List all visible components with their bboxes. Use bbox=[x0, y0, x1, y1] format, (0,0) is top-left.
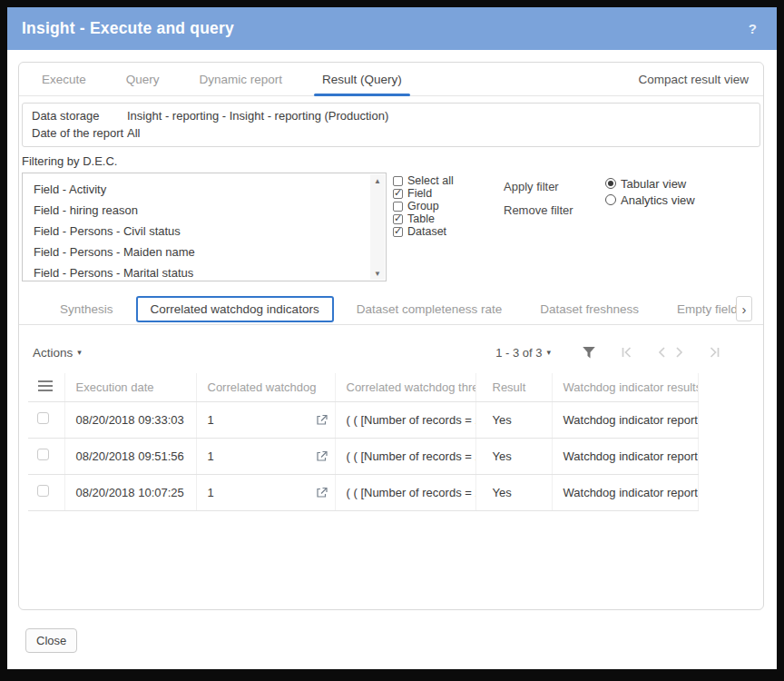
chevron-down-icon: ▾ bbox=[546, 348, 551, 357]
compact-result-view-link[interactable]: Compact result view bbox=[638, 73, 749, 86]
tab-field-compliance[interactable]: Field compliance ap bbox=[757, 302, 763, 316]
table-toolbar: Actions ▾ 1 - 3 of 3 ▾ bbox=[19, 339, 763, 366]
group-checkbox-icon[interactable] bbox=[393, 202, 403, 212]
close-button[interactable]: Close bbox=[25, 628, 77, 653]
checkbox-field[interactable]: Field bbox=[393, 187, 480, 200]
list-item[interactable]: Field - Activity bbox=[24, 179, 369, 200]
analytics-view-radio-icon[interactable] bbox=[605, 194, 616, 205]
chevron-down-icon: ▾ bbox=[77, 348, 82, 357]
pagination-dropdown[interactable]: 1 - 3 of 3 ▾ bbox=[495, 346, 551, 360]
scroll-up-icon[interactable]: ▲ bbox=[370, 174, 385, 187]
checkbox-dataset[interactable]: Dataset bbox=[393, 225, 480, 238]
scroll-down-icon[interactable]: ▼ bbox=[370, 267, 385, 280]
indicator-results-cell: Watchdog indicator report bbox=[552, 401, 698, 438]
tab-query[interactable]: Query bbox=[118, 63, 168, 95]
table-checkbox-icon[interactable] bbox=[393, 214, 403, 224]
col-correlated-watchdog-threshold[interactable]: Correlated watchdog thresho bbox=[335, 373, 475, 401]
list-item[interactable]: Field - Persons - Civil status bbox=[24, 221, 369, 242]
result-cell: Yes bbox=[475, 474, 552, 510]
previous-page-icon[interactable] bbox=[657, 346, 666, 359]
report-date-value: All bbox=[127, 124, 140, 142]
info-row-data-storage: Data storage Insight - reporting - Insig… bbox=[32, 107, 750, 124]
col-watchdog-indicator-results[interactable]: Watchdog indicator results bbox=[552, 373, 698, 401]
results-table: Execution date Correlated watchdog Corre… bbox=[28, 373, 698, 511]
row-checkbox[interactable] bbox=[37, 412, 49, 424]
tab-dataset-freshness[interactable]: Dataset freshness bbox=[521, 302, 658, 316]
threshold-cell: ( ( [Number of records = 2,92 bbox=[335, 401, 475, 438]
tab-correlated-watchdog-indicators[interactable]: Correlated watchdog indicators bbox=[136, 296, 334, 322]
help-icon[interactable]: ? bbox=[749, 21, 757, 36]
col-execution-date[interactable]: Execution date bbox=[64, 373, 196, 401]
actions-dropdown[interactable]: Actions ▾ bbox=[33, 346, 82, 360]
table-row: 08/20/2018 09:33:03 1 ( ( [Number of rec… bbox=[28, 401, 698, 438]
filtering-by-dec-label: Filtering by D.E.C. bbox=[22, 154, 763, 168]
data-storage-label: Data storage bbox=[32, 107, 127, 124]
info-row-report-date: Date of the report All bbox=[32, 124, 750, 142]
select-all-checkbox-icon[interactable] bbox=[393, 176, 403, 186]
first-page-icon[interactable] bbox=[620, 346, 633, 359]
dialog-titlebar: Insight - Execute and query ? bbox=[7, 7, 777, 50]
tab-result-query[interactable]: Result (Query) bbox=[314, 63, 410, 95]
col-result[interactable]: Result bbox=[475, 373, 552, 401]
filter-funnel-icon[interactable] bbox=[582, 346, 596, 360]
more-tabs-arrow-button[interactable]: › bbox=[736, 296, 752, 321]
row-checkbox[interactable] bbox=[37, 485, 49, 497]
view-mode-radios: Tabular view Analytics view bbox=[605, 173, 695, 281]
filter-area: Field - Activity Field - hiring reason F… bbox=[22, 173, 760, 281]
radio-tabular-view[interactable]: Tabular view bbox=[605, 175, 695, 192]
tab-synthesis[interactable]: Synthesis bbox=[41, 302, 132, 316]
external-link-icon[interactable] bbox=[316, 414, 328, 426]
table-row: 08/20/2018 10:07:25 1 ( ( [Number of rec… bbox=[28, 474, 698, 510]
checkbox-table[interactable]: Table bbox=[393, 212, 480, 225]
report-info-box: Data storage Insight - reporting - Insig… bbox=[22, 103, 760, 147]
checkbox-select-all[interactable]: Select all bbox=[393, 174, 480, 187]
indicator-results-cell: Watchdog indicator report bbox=[552, 474, 698, 510]
dataset-checkbox-icon[interactable] bbox=[393, 227, 403, 237]
correlated-watchdog-cell: 1 bbox=[196, 401, 335, 438]
tabular-view-radio-icon[interactable] bbox=[605, 178, 616, 189]
main-tabs: Execute Query Dynamic report Result (Que… bbox=[19, 63, 763, 96]
insight-execute-query-dialog: Insight - Execute and query ? Execute Qu… bbox=[7, 7, 777, 669]
filter-actions: Apply filter Remove filter bbox=[504, 173, 580, 281]
list-item[interactable]: Field - Persons - Marital status bbox=[24, 262, 369, 280]
external-link-icon[interactable] bbox=[316, 487, 328, 498]
tab-dataset-completeness-rate[interactable]: Dataset completeness rate bbox=[338, 302, 522, 316]
apply-filter-button[interactable]: Apply filter bbox=[504, 180, 580, 193]
filter-type-checkboxes: Select all Field Group Table Dataset bbox=[393, 173, 480, 281]
list-item[interactable]: Field - Persons - Maiden name bbox=[24, 242, 369, 262]
column-menu-icon[interactable] bbox=[28, 373, 64, 401]
row-checkbox[interactable] bbox=[37, 449, 49, 460]
col-correlated-watchdog[interactable]: Correlated watchdog bbox=[196, 373, 335, 401]
dialog-title: Insight - Execute and query bbox=[22, 19, 234, 38]
table-header-row: Execution date Correlated watchdog Corre… bbox=[28, 373, 698, 401]
correlated-watchdog-cell: 1 bbox=[196, 438, 335, 474]
result-tabs: Synthesis Correlated watchdog indicators… bbox=[19, 293, 763, 325]
result-cell: Yes bbox=[475, 438, 552, 474]
data-storage-value: Insight - reporting - Insight - reportin… bbox=[127, 107, 388, 124]
execution-date-cell: 08/20/2018 09:33:03 bbox=[64, 401, 196, 438]
threshold-cell: ( ( [Number of records = 2,92 bbox=[335, 438, 475, 474]
field-checkbox-icon[interactable] bbox=[393, 189, 403, 199]
tab-execute[interactable]: Execute bbox=[34, 63, 94, 95]
checkbox-group[interactable]: Group bbox=[393, 200, 480, 212]
remove-filter-button[interactable]: Remove filter bbox=[504, 203, 580, 217]
next-page-icon[interactable] bbox=[675, 346, 684, 359]
table-row: 08/20/2018 09:51:56 1 ( ( [Number of rec… bbox=[28, 438, 698, 474]
execution-date-cell: 08/20/2018 09:51:56 bbox=[64, 438, 196, 474]
content-card: Execute Query Dynamic report Result (Que… bbox=[18, 62, 764, 610]
listbox-scrollbar[interactable]: ▲ ▼ bbox=[370, 174, 385, 280]
last-page-icon[interactable] bbox=[708, 346, 721, 359]
result-cell: Yes bbox=[475, 401, 552, 438]
list-item[interactable]: Field - hiring reason bbox=[24, 200, 369, 221]
radio-analytics-view[interactable]: Analytics view bbox=[605, 192, 695, 208]
indicator-results-cell: Watchdog indicator report bbox=[552, 438, 698, 474]
dec-filter-listbox[interactable]: Field - Activity Field - hiring reason F… bbox=[22, 173, 387, 281]
report-date-label: Date of the report bbox=[32, 124, 127, 142]
execution-date-cell: 08/20/2018 10:07:25 bbox=[64, 474, 196, 510]
correlated-watchdog-cell: 1 bbox=[196, 474, 335, 510]
external-link-icon[interactable] bbox=[316, 450, 328, 462]
tab-dynamic-report[interactable]: Dynamic report bbox=[191, 63, 291, 95]
threshold-cell: ( ( [Number of records = 2,92 bbox=[335, 474, 475, 510]
